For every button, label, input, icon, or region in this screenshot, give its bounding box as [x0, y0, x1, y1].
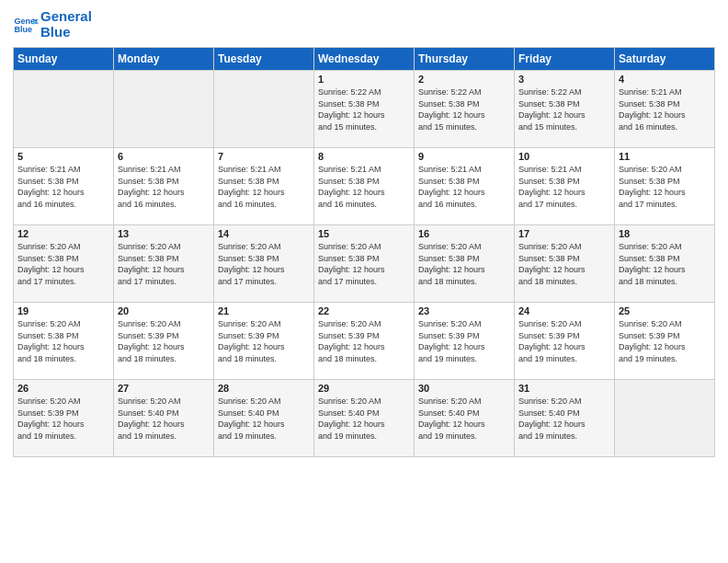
day-number: 5: [17, 151, 109, 162]
calendar-cell: 15Sunrise: 5:20 AM Sunset: 5:38 PM Dayli…: [314, 225, 415, 303]
calendar-cell: 30Sunrise: 5:20 AM Sunset: 5:40 PM Dayli…: [415, 380, 515, 457]
day-info: Sunrise: 5:20 AM Sunset: 5:38 PM Dayligh…: [118, 241, 210, 287]
calendar-cell: 9Sunrise: 5:21 AM Sunset: 5:38 PM Daylig…: [415, 148, 515, 225]
calendar-cell: 10Sunrise: 5:21 AM Sunset: 5:38 PM Dayli…: [515, 148, 615, 225]
week-row-1: 1Sunrise: 5:22 AM Sunset: 5:38 PM Daylig…: [14, 71, 715, 148]
column-header-wednesday: Wednesday: [314, 48, 415, 71]
week-row-2: 5Sunrise: 5:21 AM Sunset: 5:38 PM Daylig…: [14, 148, 715, 225]
column-header-tuesday: Tuesday: [214, 48, 314, 71]
day-number: 2: [418, 74, 510, 85]
logo-blue: Blue: [40, 25, 92, 40]
day-info: Sunrise: 5:21 AM Sunset: 5:38 PM Dayligh…: [17, 164, 109, 210]
day-number: 27: [118, 383, 210, 394]
day-info: Sunrise: 5:22 AM Sunset: 5:38 PM Dayligh…: [318, 86, 410, 132]
day-number: 8: [318, 151, 410, 162]
calendar-cell: [615, 380, 715, 457]
day-number: 24: [518, 305, 610, 316]
calendar-cell: [114, 71, 214, 148]
day-info: Sunrise: 5:20 AM Sunset: 5:39 PM Dayligh…: [17, 396, 109, 442]
day-number: 4: [619, 74, 711, 85]
calendar-cell: 24Sunrise: 5:20 AM Sunset: 5:39 PM Dayli…: [515, 303, 615, 380]
day-number: 25: [619, 305, 711, 316]
day-number: 30: [418, 383, 510, 394]
day-info: Sunrise: 5:21 AM Sunset: 5:38 PM Dayligh…: [518, 164, 610, 210]
day-info: Sunrise: 5:21 AM Sunset: 5:38 PM Dayligh…: [118, 164, 210, 210]
day-number: 19: [17, 305, 109, 316]
day-info: Sunrise: 5:21 AM Sunset: 5:38 PM Dayligh…: [218, 164, 310, 210]
calendar-cell: 2Sunrise: 5:22 AM Sunset: 5:38 PM Daylig…: [415, 71, 515, 148]
day-info: Sunrise: 5:20 AM Sunset: 5:38 PM Dayligh…: [518, 241, 610, 287]
calendar-cell: 23Sunrise: 5:20 AM Sunset: 5:39 PM Dayli…: [415, 303, 515, 380]
calendar-cell: 14Sunrise: 5:20 AM Sunset: 5:38 PM Dayli…: [214, 225, 314, 303]
day-info: Sunrise: 5:20 AM Sunset: 5:38 PM Dayligh…: [17, 318, 109, 364]
day-info: Sunrise: 5:20 AM Sunset: 5:40 PM Dayligh…: [518, 396, 610, 442]
day-info: Sunrise: 5:20 AM Sunset: 5:39 PM Dayligh…: [619, 318, 711, 364]
calendar-cell: 11Sunrise: 5:20 AM Sunset: 5:38 PM Dayli…: [615, 148, 715, 225]
day-number: 9: [418, 151, 510, 162]
column-header-saturday: Saturday: [615, 48, 715, 71]
header-row: SundayMondayTuesdayWednesdayThursdayFrid…: [14, 48, 715, 71]
day-number: 12: [17, 228, 109, 239]
calendar-cell: 5Sunrise: 5:21 AM Sunset: 5:38 PM Daylig…: [14, 148, 114, 225]
day-number: 3: [518, 74, 610, 85]
calendar-cell: 29Sunrise: 5:20 AM Sunset: 5:40 PM Dayli…: [314, 380, 415, 457]
calendar-cell: 3Sunrise: 5:22 AM Sunset: 5:38 PM Daylig…: [515, 71, 615, 148]
day-number: 1: [318, 74, 410, 85]
calendar-cell: 31Sunrise: 5:20 AM Sunset: 5:40 PM Dayli…: [515, 380, 615, 457]
calendar-cell: 28Sunrise: 5:20 AM Sunset: 5:40 PM Dayli…: [214, 380, 314, 457]
day-info: Sunrise: 5:22 AM Sunset: 5:38 PM Dayligh…: [418, 86, 510, 132]
week-row-4: 19Sunrise: 5:20 AM Sunset: 5:38 PM Dayli…: [14, 303, 715, 380]
column-header-monday: Monday: [114, 48, 214, 71]
calendar-cell: 1Sunrise: 5:22 AM Sunset: 5:38 PM Daylig…: [314, 71, 415, 148]
day-number: 11: [619, 151, 711, 162]
day-info: Sunrise: 5:20 AM Sunset: 5:39 PM Dayligh…: [118, 318, 210, 364]
day-info: Sunrise: 5:20 AM Sunset: 5:40 PM Dayligh…: [218, 396, 310, 442]
day-number: 26: [17, 383, 109, 394]
calendar-cell: 17Sunrise: 5:20 AM Sunset: 5:38 PM Dayli…: [515, 225, 615, 303]
day-info: Sunrise: 5:20 AM Sunset: 5:38 PM Dayligh…: [418, 241, 510, 287]
calendar-cell: 16Sunrise: 5:20 AM Sunset: 5:38 PM Dayli…: [415, 225, 515, 303]
day-number: 7: [218, 151, 310, 162]
calendar-cell: 25Sunrise: 5:20 AM Sunset: 5:39 PM Dayli…: [615, 303, 715, 380]
day-number: 14: [218, 228, 310, 239]
day-info: Sunrise: 5:20 AM Sunset: 5:40 PM Dayligh…: [418, 396, 510, 442]
calendar-cell: 12Sunrise: 5:20 AM Sunset: 5:38 PM Dayli…: [14, 225, 114, 303]
day-number: 31: [518, 383, 610, 394]
logo-icon: General Blue: [13, 12, 39, 38]
day-info: Sunrise: 5:20 AM Sunset: 5:39 PM Dayligh…: [518, 318, 610, 364]
calendar-cell: 4Sunrise: 5:21 AM Sunset: 5:38 PM Daylig…: [615, 71, 715, 148]
calendar-cell: 27Sunrise: 5:20 AM Sunset: 5:40 PM Dayli…: [114, 380, 214, 457]
header: General Blue General Blue: [13, 9, 715, 40]
day-number: 20: [118, 305, 210, 316]
day-info: Sunrise: 5:20 AM Sunset: 5:38 PM Dayligh…: [619, 164, 711, 210]
calendar-cell: [214, 71, 314, 148]
calendar-cell: 7Sunrise: 5:21 AM Sunset: 5:38 PM Daylig…: [214, 148, 314, 225]
column-header-sunday: Sunday: [14, 48, 114, 71]
calendar-cell: 13Sunrise: 5:20 AM Sunset: 5:38 PM Dayli…: [114, 225, 214, 303]
calendar-cell: 20Sunrise: 5:20 AM Sunset: 5:39 PM Dayli…: [114, 303, 214, 380]
day-number: 17: [518, 228, 610, 239]
svg-text:Blue: Blue: [14, 25, 32, 34]
day-number: 16: [418, 228, 510, 239]
page: General Blue General Blue SundayMondayTu…: [0, 0, 728, 563]
day-number: 13: [118, 228, 210, 239]
day-number: 6: [118, 151, 210, 162]
day-info: Sunrise: 5:20 AM Sunset: 5:38 PM Dayligh…: [619, 241, 711, 287]
day-number: 10: [518, 151, 610, 162]
column-header-friday: Friday: [515, 48, 615, 71]
day-info: Sunrise: 5:21 AM Sunset: 5:38 PM Dayligh…: [318, 164, 410, 210]
day-info: Sunrise: 5:20 AM Sunset: 5:39 PM Dayligh…: [418, 318, 510, 364]
day-info: Sunrise: 5:20 AM Sunset: 5:39 PM Dayligh…: [218, 318, 310, 364]
calendar-cell: 21Sunrise: 5:20 AM Sunset: 5:39 PM Dayli…: [214, 303, 314, 380]
day-info: Sunrise: 5:20 AM Sunset: 5:39 PM Dayligh…: [318, 318, 410, 364]
column-header-thursday: Thursday: [415, 48, 515, 71]
calendar-cell: 26Sunrise: 5:20 AM Sunset: 5:39 PM Dayli…: [14, 380, 114, 457]
day-info: Sunrise: 5:20 AM Sunset: 5:38 PM Dayligh…: [17, 241, 109, 287]
week-row-3: 12Sunrise: 5:20 AM Sunset: 5:38 PM Dayli…: [14, 225, 715, 303]
day-info: Sunrise: 5:20 AM Sunset: 5:38 PM Dayligh…: [318, 241, 410, 287]
calendar-cell: 19Sunrise: 5:20 AM Sunset: 5:38 PM Dayli…: [14, 303, 114, 380]
calendar-table: SundayMondayTuesdayWednesdayThursdayFrid…: [13, 47, 715, 457]
logo: General Blue General Blue: [13, 9, 92, 40]
day-number: 15: [318, 228, 410, 239]
day-info: Sunrise: 5:22 AM Sunset: 5:38 PM Dayligh…: [518, 86, 610, 132]
